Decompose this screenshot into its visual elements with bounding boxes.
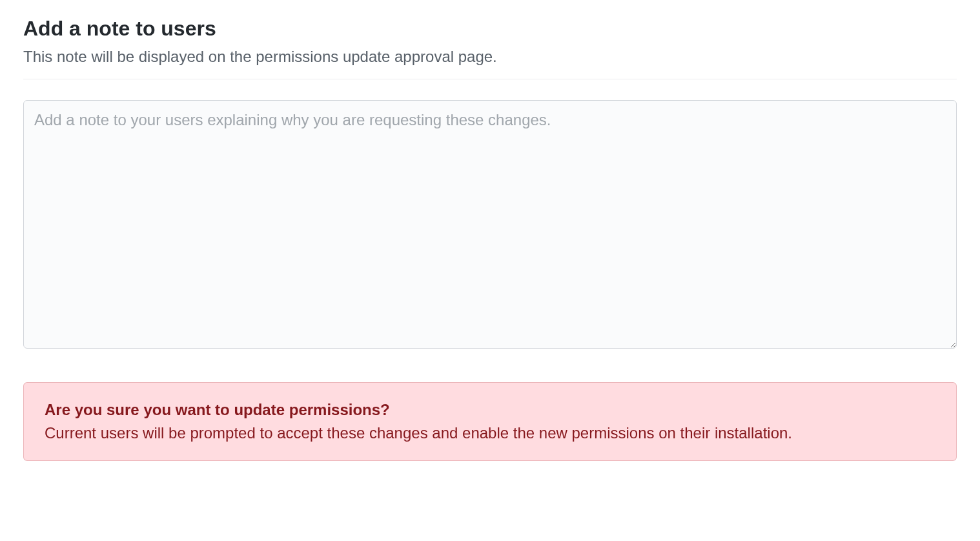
warning-body: Current users will be prompted to accept… (45, 422, 935, 445)
page-title: Add a note to users (23, 15, 957, 41)
warning-alert: Are you sure you want to update permissi… (23, 382, 957, 461)
warning-title: Are you sure you want to update permissi… (45, 398, 935, 422)
section-header: Add a note to users This note will be di… (23, 15, 957, 79)
note-textarea[interactable] (23, 100, 957, 349)
page-subtitle: This note will be displayed on the permi… (23, 45, 957, 68)
